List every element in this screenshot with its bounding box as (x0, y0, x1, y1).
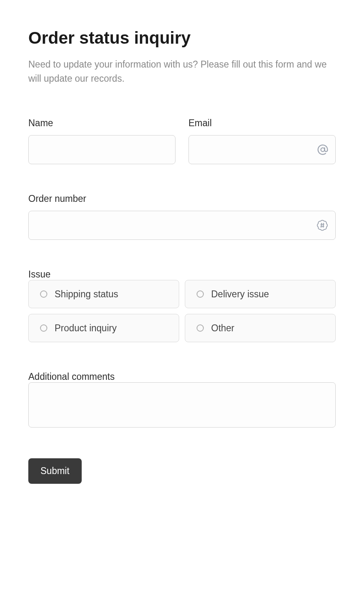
submit-button[interactable]: Submit (28, 458, 82, 484)
radio-circle-icon (40, 324, 47, 332)
svg-point-0 (321, 148, 324, 151)
issue-label: Issue (28, 269, 51, 280)
radio-option-other[interactable]: Other (185, 314, 336, 342)
radio-circle-icon (197, 290, 204, 298)
comments-input[interactable] (28, 382, 336, 428)
order-number-label: Order number (28, 193, 336, 204)
radio-label: Other (211, 323, 235, 334)
radio-circle-icon (40, 290, 47, 298)
email-input[interactable] (188, 135, 336, 164)
radio-option-delivery-issue[interactable]: Delivery issue (185, 280, 336, 308)
radio-label: Delivery issue (211, 289, 269, 300)
page-title: Order status inquiry (28, 28, 336, 48)
name-input[interactable] (28, 135, 176, 164)
svg-line-4 (323, 223, 324, 227)
radio-label: Shipping status (55, 289, 118, 300)
radio-option-product-inquiry[interactable]: Product inquiry (28, 314, 179, 342)
comments-label: Additional comments (28, 371, 115, 382)
radio-option-shipping-status[interactable]: Shipping status (28, 280, 179, 308)
radio-circle-icon (197, 324, 204, 332)
order-number-input[interactable] (28, 211, 336, 240)
page-subtitle: Need to update your information with us?… (28, 57, 336, 85)
at-sign-icon (317, 144, 328, 155)
email-label: Email (188, 118, 336, 129)
svg-line-3 (321, 223, 322, 227)
name-label: Name (28, 118, 176, 129)
radio-label: Product inquiry (55, 323, 116, 334)
hash-badge-icon (316, 219, 328, 231)
